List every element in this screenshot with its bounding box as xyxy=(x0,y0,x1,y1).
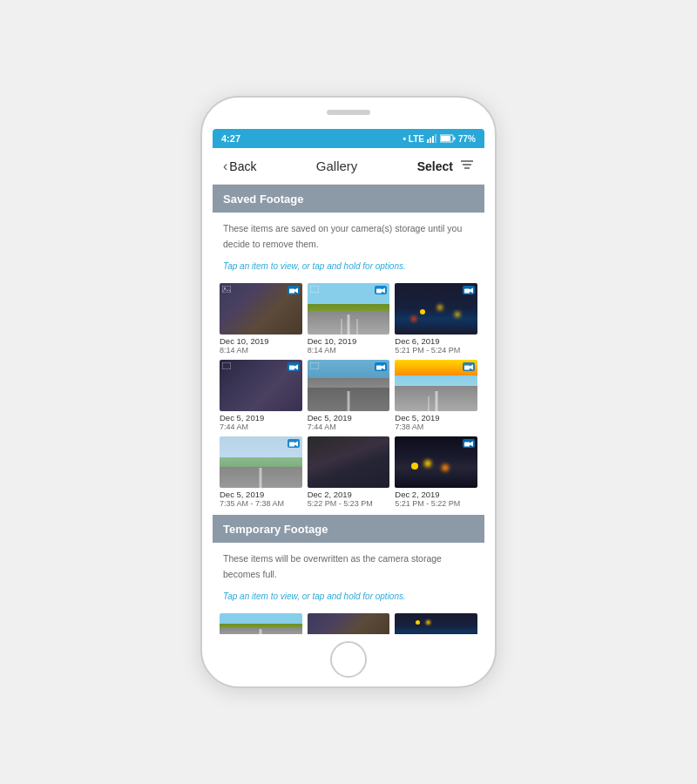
video-meta: Dec 5, 2019 7:44 AM xyxy=(220,411,302,431)
video-thumbnail xyxy=(220,436,302,488)
list-item[interactable]: Dec 5, 2019 7:35 AM - 7:38 AM xyxy=(220,436,302,508)
image-placeholder-icon xyxy=(310,286,319,293)
camera-type-icon xyxy=(375,362,387,371)
nav-actions: Select xyxy=(417,159,474,173)
video-meta: Dec 2, 2019 5:22 PM - 5:23 PM xyxy=(308,488,390,508)
svg-rect-0 xyxy=(427,139,429,143)
road-marking xyxy=(260,468,262,489)
phone-speaker xyxy=(327,110,370,115)
video-thumbnail xyxy=(308,436,390,488)
video-date: Dec 5, 2019 xyxy=(308,413,390,422)
video-meta: Dec 10, 2019 8:14 AM xyxy=(308,335,390,355)
status-bar: 4:27 • LTE 77% xyxy=(213,129,484,148)
list-item[interactable]: Dec 5, 2019 7:44 AM xyxy=(220,360,302,431)
svg-rect-17 xyxy=(464,288,470,293)
video-time: 8:14 AM xyxy=(220,346,302,355)
status-right: • LTE 77% xyxy=(403,134,476,144)
phone-home-button[interactable] xyxy=(330,641,367,678)
list-item[interactable]: Dec 2, 2019 5:21 PM - 5:22 PM xyxy=(395,436,477,508)
video-date: Dec 5, 2019 xyxy=(220,413,302,422)
svg-marker-15 xyxy=(382,287,385,293)
video-thumbnail xyxy=(308,613,390,634)
list-item[interactable] xyxy=(220,613,302,634)
list-item[interactable]: Dec 2, 2019 5:22 PM - 5:23 PM xyxy=(308,436,390,508)
content-area: Saved Footage These items are saved on y… xyxy=(213,185,484,634)
back-button[interactable]: ‹ Back xyxy=(223,159,256,174)
svg-rect-24 xyxy=(310,362,319,369)
svg-rect-6 xyxy=(453,138,455,140)
filter-icon[interactable] xyxy=(460,159,474,173)
night-lights xyxy=(416,620,420,625)
video-time: 5:22 PM - 5:23 PM xyxy=(308,499,390,508)
list-item[interactable]: Dec 10, 2019 8:14 AM xyxy=(308,283,390,355)
video-date: Dec 10, 2019 xyxy=(308,336,390,346)
video-thumbnail xyxy=(395,360,477,411)
camera-type-icon xyxy=(288,439,300,448)
svg-marker-30 xyxy=(470,441,473,446)
chevron-left-icon: ‹ xyxy=(223,159,227,174)
camera-type-icon xyxy=(288,286,300,294)
video-thumbnail xyxy=(220,360,302,411)
road-marking xyxy=(435,391,437,412)
svg-rect-3 xyxy=(435,134,436,143)
svg-rect-14 xyxy=(376,288,382,293)
temporary-footage-header: Temporary Footage xyxy=(213,515,484,543)
video-date: Dec 5, 2019 xyxy=(395,413,477,422)
list-item[interactable]: Dec 5, 2019 7:44 AM xyxy=(308,360,390,431)
video-meta: Dec 5, 2019 7:35 AM - 7:38 AM xyxy=(220,488,302,508)
video-time: 5:21 PM - 5:24 PM xyxy=(395,346,477,355)
svg-marker-28 xyxy=(294,441,298,446)
list-item[interactable]: Dec 6, 2019 5:21 PM - 5:24 PM xyxy=(395,283,477,355)
svg-rect-10 xyxy=(289,288,294,293)
battery-icon xyxy=(440,134,456,143)
camera-type-icon xyxy=(463,286,475,294)
svg-rect-12 xyxy=(222,286,231,293)
svg-marker-23 xyxy=(382,364,385,369)
svg-rect-22 xyxy=(376,365,382,369)
video-time: 7:44 AM xyxy=(220,422,302,431)
svg-rect-19 xyxy=(289,365,294,369)
svg-marker-26 xyxy=(470,364,473,369)
list-item[interactable] xyxy=(308,613,390,634)
svg-rect-21 xyxy=(222,362,231,369)
svg-marker-11 xyxy=(294,287,298,293)
video-meta: Dec 5, 2019 7:44 AM xyxy=(308,411,390,431)
night-lights xyxy=(420,309,425,314)
video-thumbnail xyxy=(395,283,477,335)
temp-footage-desc-container: These items will be overwritten as the c… xyxy=(213,543,484,585)
video-time: 5:21 PM - 5:22 PM xyxy=(395,499,477,508)
svg-rect-25 xyxy=(464,365,470,369)
video-thumbnail xyxy=(395,436,477,488)
phone-screen: 4:27 • LTE 77% ‹ B xyxy=(213,129,484,634)
image-placeholder-icon xyxy=(310,362,319,369)
saved-footage-grid: Dec 10, 2019 8:14 AM xyxy=(213,280,484,515)
svg-rect-1 xyxy=(430,138,431,143)
camera-type-icon xyxy=(288,362,300,371)
video-time: 7:44 AM xyxy=(308,422,390,431)
road-marking xyxy=(428,396,430,412)
temporary-footage-grid xyxy=(213,610,484,634)
list-item[interactable]: Dec 10, 2019 8:14 AM xyxy=(220,283,302,355)
video-thumbnail xyxy=(395,613,477,634)
night-lights xyxy=(411,463,418,470)
temp-footage-hint-container: Tap an item to view, or tap and hold for… xyxy=(213,585,484,610)
video-thumbnail xyxy=(308,283,390,335)
saved-footage-title: Saved Footage xyxy=(223,193,303,206)
saved-footage-header: Saved Footage xyxy=(213,185,484,213)
svg-rect-16 xyxy=(310,286,319,293)
video-date: Dec 5, 2019 xyxy=(220,490,302,499)
video-date: Dec 2, 2019 xyxy=(308,490,390,499)
battery-pct: 77% xyxy=(458,134,476,144)
list-item[interactable] xyxy=(395,613,477,634)
select-button[interactable]: Select xyxy=(417,159,453,173)
video-thumbnail xyxy=(308,360,390,411)
video-date: Dec 2, 2019 xyxy=(395,490,477,499)
signal-bars-icon xyxy=(427,134,437,143)
image-placeholder-icon xyxy=(222,362,231,369)
saved-footage-hint-container: Tap an item to view, or tap and hold for… xyxy=(213,254,484,280)
temp-footage-desc: These items will be overwritten as the c… xyxy=(223,553,442,579)
video-meta: Dec 5, 2019 7:38 AM xyxy=(395,411,477,431)
temp-footage-hint: Tap an item to view, or tap and hold for… xyxy=(223,591,406,601)
list-item[interactable]: Dec 5, 2019 7:38 AM xyxy=(395,360,477,431)
svg-rect-27 xyxy=(289,442,294,446)
